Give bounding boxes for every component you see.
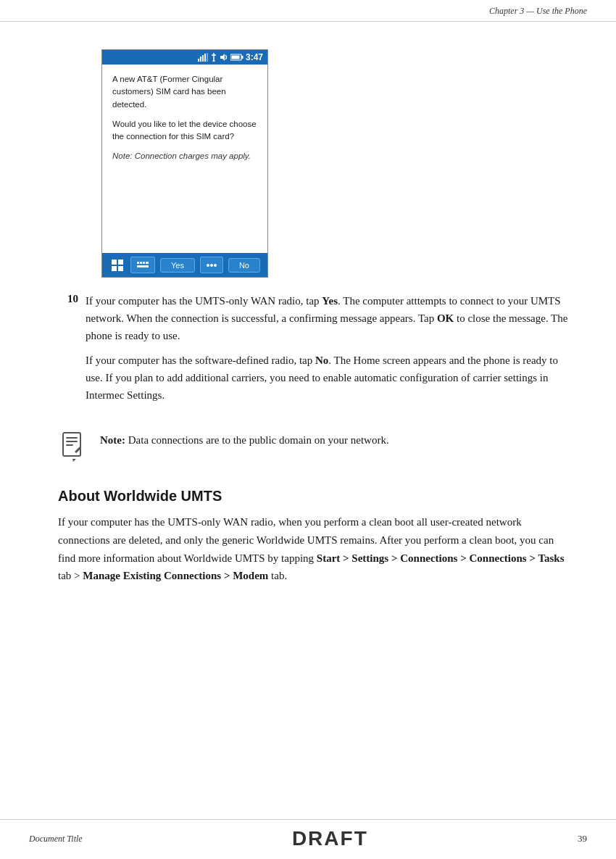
volume-icon [220,53,228,62]
phone-statusbar: 3:47 [102,50,267,65]
svg-rect-18 [143,262,145,264]
svg-rect-20 [137,265,149,267]
svg-rect-27 [66,444,73,446]
svg-rect-10 [241,56,243,59]
phone-no-button[interactable]: No [228,258,260,273]
svg-rect-25 [66,437,78,439]
phone-text-note: Note: Connection charges may apply. [112,150,257,162]
footer-draft: DRAFT [292,827,368,850]
step-content: If your computer has the UMTS-only WAN r… [86,292,573,411]
antenna-icon [210,53,217,62]
note-text: Note: Data connections are to the public… [100,430,389,449]
svg-rect-16 [137,262,139,264]
step-10: 10 If your computer has the UMTS-only WA… [58,292,573,411]
note-body: Data connections are to the public domai… [128,434,389,446]
step-10-para-1: If your computer has the UMTS-only WAN r… [86,292,573,344]
keyboard-icon [137,262,149,269]
phone-body-text: A new AT&T (Former Cingular customers) S… [112,73,257,163]
svg-rect-14 [112,266,117,271]
section-body: If your computer has the UMTS-only WAN r… [58,513,573,585]
svg-rect-19 [146,262,149,264]
svg-rect-2 [202,55,204,62]
svg-rect-12 [112,260,117,265]
svg-rect-3 [204,54,206,62]
section-heading: About Worldwide UMTS [58,488,573,505]
main-content: 3:47 A new AT&T (Former Cingular custome… [0,20,616,636]
svg-point-21 [207,264,209,267]
footer-document-title: Document Title [29,834,83,845]
phone-taskbar: Yes No [102,253,267,277]
status-time: 3:47 [246,52,263,62]
footer-page-number: 39 [578,833,587,845]
windows-logo-icon [109,257,125,273]
svg-rect-0 [198,59,199,62]
step-number: 10 [58,292,78,411]
phone-body: A new AT&T (Former Cingular customers) S… [102,65,267,253]
bold-no: No [315,354,328,366]
svg-marker-8 [220,54,225,61]
svg-rect-13 [118,260,123,265]
section-text: If your computer has the UMTS-only WAN r… [58,513,573,585]
note-icon-container [58,430,90,466]
svg-rect-15 [118,266,123,271]
phone-screenshot: 3:47 A new AT&T (Former Cingular custome… [101,49,268,278]
note-box: Note: Data connections are to the public… [58,424,573,472]
taskbar-menu-icon [207,262,217,269]
phone-taskbar-middle [130,257,155,273]
chapter-title: Chapter 3 — Use the Phone [489,6,587,17]
page-header: Chapter 3 — Use the Phone [0,0,616,22]
signal-icon [198,53,208,62]
note-label: Note: [100,434,125,446]
phone-status-icons: 3:47 [198,52,263,62]
svg-rect-4 [207,53,208,62]
svg-rect-1 [200,57,201,62]
pencil-note-icon [60,431,88,465]
phone-start-button[interactable] [109,257,125,273]
phone-text-2: Would you like to let the device choose … [112,118,257,144]
phone-yes-button[interactable]: Yes [160,258,195,273]
phone-taskbar-dots [200,257,223,273]
bold-ok: OK [437,312,454,324]
svg-point-23 [214,264,217,267]
svg-point-7 [212,60,215,62]
step-10-para-2: If your computer has the software-define… [86,352,573,404]
battery-icon [230,54,244,61]
phone-text-1: A new AT&T (Former Cingular customers) S… [112,73,257,111]
section-bold-path: Start > Settings > Connections > Connect… [317,552,565,564]
svg-rect-26 [66,441,78,442]
svg-rect-17 [140,262,142,264]
svg-rect-11 [231,56,239,59]
svg-point-22 [210,264,213,267]
page-footer: Document Title DRAFT 39 [0,819,616,859]
section-bold-path-2: Manage Existing Connections > Modem [83,570,268,581]
bold-yes: Yes [322,295,338,307]
